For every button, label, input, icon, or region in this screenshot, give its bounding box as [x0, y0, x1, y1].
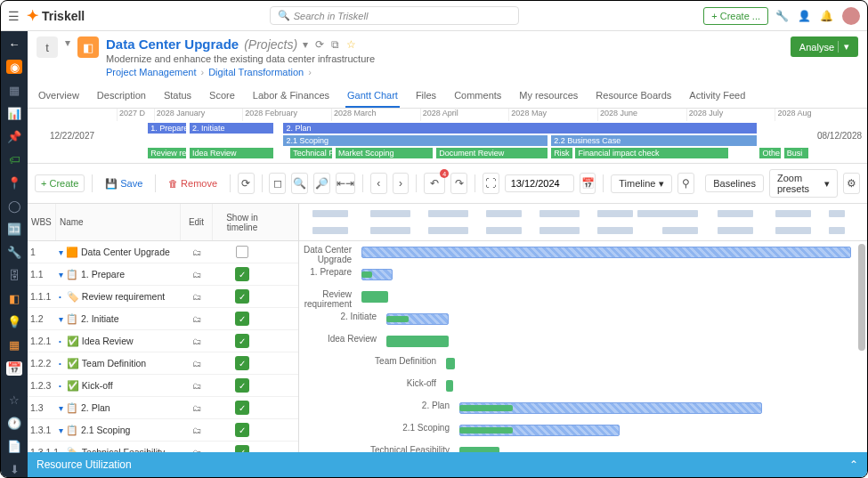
filter-icon[interactable]: ⚲ — [677, 173, 694, 194]
table-row[interactable]: 1.2▾📋2. Initiate🗂✓ — [28, 308, 298, 330]
chevron-down-icon[interactable]: ▾ — [59, 314, 63, 324]
tab-comments[interactable]: Comments — [452, 85, 503, 108]
table-row[interactable]: 1▾🟧Data Center Upgrade🗂 — [28, 241, 298, 263]
check-icon[interactable]: ✓ — [235, 267, 249, 281]
nav-cube-icon[interactable]: ◧ — [6, 292, 22, 306]
crumb-link[interactable]: Digital Transformation — [208, 67, 304, 77]
ov-bar[interactable]: 2. Plan — [283, 123, 756, 134]
ov-bar[interactable]: Review req — [148, 148, 186, 158]
nav-wrench-icon[interactable]: 🔧 — [6, 245, 22, 259]
gantt-bar[interactable] — [446, 358, 455, 369]
check-icon[interactable]: ✓ — [235, 378, 249, 393]
nav-doc-icon[interactable]: 📄 — [6, 440, 22, 454]
gantt-bar[interactable] — [361, 247, 851, 258]
scroll-thumb[interactable] — [858, 244, 865, 351]
ov-bar[interactable]: Risk — [551, 148, 572, 158]
edit-icon[interactable]: 🗂 — [190, 312, 204, 326]
prev-icon[interactable]: ‹ — [370, 173, 387, 194]
analyse-button[interactable]: Analyse ▾ — [791, 36, 858, 57]
edit-icon[interactable]: 🗂 — [190, 245, 204, 259]
wrench-icon[interactable]: 🔧 — [775, 10, 789, 22]
gantt-bar[interactable] — [459, 447, 499, 452]
fullscreen-icon[interactable]: ⛶ — [483, 173, 499, 194]
table-row[interactable]: 1.3.1▾📋2.1 Scoping🗂✓ — [28, 419, 298, 442]
table-row[interactable]: 1.1.1•🏷️Review requirement🗂✓ — [28, 286, 298, 308]
crumb-link[interactable]: Project Management — [106, 67, 197, 77]
ov-bar[interactable]: Busi — [784, 148, 808, 158]
redo-icon[interactable]: ↷ — [450, 173, 467, 194]
edit-icon[interactable]: 🗂 — [190, 356, 204, 370]
table-row[interactable]: 1.1▾📋1. Prepare🗂✓ — [28, 263, 298, 286]
gantt-bar[interactable] — [446, 380, 453, 392]
baselines-button[interactable]: Baselines — [705, 174, 764, 192]
ov-bar[interactable]: 1. Prepare — [148, 123, 186, 134]
popout-icon[interactable]: ⧉ — [331, 38, 339, 51]
ov-bar[interactable]: 2. Initiate — [190, 123, 273, 134]
nav-tag-icon[interactable]: 🏷 — [6, 152, 22, 166]
chevron-down-icon[interactable]: ▾ — [65, 36, 70, 49]
tab-myres[interactable]: My resources — [517, 85, 580, 108]
calendar-icon[interactable]: 📅 — [580, 173, 596, 194]
table-row[interactable]: 1.3▾📋2. Plan🗂✓ — [28, 397, 298, 419]
timeline-dropdown[interactable]: Timeline▾ — [611, 174, 672, 193]
chevron-down-icon[interactable]: ▾ — [303, 38, 308, 51]
ov-bar[interactable]: Othe — [759, 148, 780, 158]
bell-icon[interactable]: 🔔 — [820, 10, 833, 22]
table-row[interactable]: 1.2.1•✅Idea Review🗂✓ — [28, 330, 298, 352]
nav-apps-icon[interactable]: ▦ — [6, 338, 22, 352]
chevron-down-icon[interactable]: ▾ — [59, 425, 63, 435]
ov-bar[interactable]: Market Scoping — [336, 148, 433, 158]
ov-bar[interactable]: 2.1 Scoping — [283, 135, 548, 146]
nav-download-icon[interactable]: ⬇ — [6, 463, 22, 477]
tab-activity[interactable]: Activity Feed — [687, 85, 747, 108]
nav-cal-icon[interactable]: 📅 — [6, 361, 22, 376]
fit-icon[interactable]: ◻ — [269, 173, 286, 194]
check-icon[interactable]: ✓ — [235, 356, 249, 370]
tab-labor[interactable]: Labor & Finances — [251, 85, 331, 108]
next-icon[interactable]: › — [393, 173, 410, 194]
remove-button[interactable]: 🗑Remove — [163, 175, 223, 191]
edit-icon[interactable]: 🗂 — [190, 401, 204, 415]
col-header-name[interactable]: Name — [56, 204, 181, 240]
chevron-down-icon[interactable]: ▾ — [59, 247, 63, 257]
tab-score[interactable]: Score — [207, 85, 237, 108]
chevron-down-icon[interactable]: ▾ — [59, 403, 63, 413]
header-type-icon[interactable]: t — [37, 36, 58, 58]
tab-description[interactable]: Description — [95, 85, 148, 108]
nav-marker-icon[interactable]: 📍 — [6, 175, 22, 190]
menu-icon[interactable]: ☰ — [8, 9, 20, 23]
col-header-wbs[interactable]: WBS — [28, 204, 56, 240]
nav-clock-icon[interactable]: 🕐 — [6, 417, 22, 431]
edit-icon[interactable]: 🗂 — [190, 334, 204, 348]
resource-utilization-panel[interactable]: Resource Utilization ⌃ — [28, 452, 867, 477]
nav-bulb-icon[interactable]: 💡 — [6, 315, 22, 329]
back-icon[interactable]: ← — [6, 36, 22, 51]
ov-bar[interactable]: Idea Review — [190, 148, 273, 158]
table-row[interactable]: 1.2.3•✅Kick-off🗂✓ — [28, 375, 298, 397]
fit-width-icon[interactable]: ⇤⇥ — [336, 173, 355, 194]
edit-icon[interactable]: 🗂 — [190, 445, 204, 452]
nav-db-icon[interactable]: 🗄 — [6, 268, 22, 282]
save-button[interactable]: 💾Save — [100, 175, 148, 192]
tab-overview[interactable]: Overview — [37, 85, 81, 108]
col-header-edit[interactable]: Edit — [181, 204, 213, 240]
ov-bar[interactable]: Document Review — [436, 148, 548, 158]
check-icon[interactable]: ✓ — [235, 312, 249, 326]
check-icon[interactable]: ✓ — [235, 423, 249, 437]
check-icon[interactable]: ✓ — [235, 445, 249, 452]
table-row[interactable]: 1.3.1.1•🏷️Technical Feasibility🗂✓ — [28, 442, 298, 452]
user-icon[interactable]: 👤 — [798, 10, 811, 22]
gantt-bar[interactable] — [386, 336, 449, 347]
check-icon[interactable]: ✓ — [235, 401, 249, 415]
tab-gantt[interactable]: Gantt Chart — [345, 85, 400, 108]
tab-resboards[interactable]: Resource Boards — [594, 85, 673, 108]
nav-home-icon[interactable]: ◉ — [6, 60, 22, 74]
date-input[interactable] — [505, 174, 574, 192]
ov-bar[interactable]: Technical F — [290, 148, 332, 158]
chevron-down-icon[interactable]: ▾ — [59, 270, 63, 280]
ov-bar[interactable]: 2.2 Business Case — [551, 135, 756, 146]
avatar[interactable] — [842, 7, 860, 25]
tab-files[interactable]: Files — [414, 85, 438, 108]
search-input[interactable]: 🔍 Search in Triskell — [270, 6, 519, 25]
col-header-show[interactable]: Show in timeline — [213, 204, 272, 240]
